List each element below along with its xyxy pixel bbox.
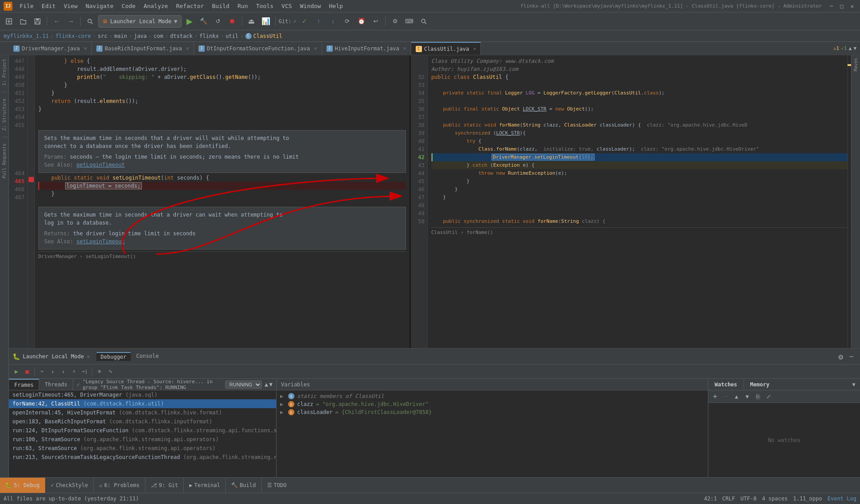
git-update-btn[interactable]: ⟳ — [341, 15, 354, 28]
thread-up-btn[interactable]: ▲ — [265, 381, 268, 388]
watches-expand-btn[interactable]: ▼ — [849, 380, 858, 389]
frame-row-1[interactable]: forName:42, ClassUtil (com.dtstack.flink… — [9, 399, 276, 408]
launcher-dropdown[interactable]: 🖥 Launcher Local Mode ▼ — [98, 15, 182, 28]
var-row-static[interactable]: ▶ s static members of ClassUtil — [277, 392, 708, 400]
save-btn[interactable] — [31, 15, 44, 28]
tab-hiveinput[interactable]: J HiveInputFormat.java ✕ — [322, 42, 411, 55]
frame-row-5[interactable]: run:100, StreamSource (org.apache.flink.… — [9, 435, 276, 444]
menu-view[interactable]: View — [60, 2, 81, 10]
keyboard-btn[interactable]: ⌨ — [403, 15, 416, 28]
forward-btn[interactable]: → — [65, 15, 77, 28]
breadcrumb-com[interactable]: com — [153, 33, 163, 39]
var-row-classloader[interactable]: ▶ p classLoader = {ChildFirstClassLoader… — [277, 408, 708, 416]
memory-tab[interactable]: Memory — [744, 379, 776, 390]
project-panel-btn[interactable]: 1: Project — [1, 57, 8, 87]
settings-btn[interactable]: ⚙ — [389, 15, 401, 28]
step-out-btn[interactable]: ↑ — [69, 367, 79, 377]
frames-tab[interactable]: Frames — [9, 379, 39, 390]
breadcrumb-java[interactable]: java — [134, 33, 147, 39]
run-btn[interactable]: ▶ — [183, 15, 196, 28]
breadcrumb-util[interactable]: util — [226, 33, 239, 39]
rebuild-btn[interactable]: ↺ — [212, 15, 224, 28]
terminal-tab[interactable]: ▶ Terminal — [183, 478, 225, 493]
settings-gear-btn[interactable]: ⚙ — [836, 352, 846, 361]
tab-baserich[interactable]: J BaseRichInputFormat.java ✕ — [92, 42, 194, 55]
tab-close-classutil[interactable]: ✕ — [473, 46, 476, 52]
git-commit-btn[interactable]: ✓ — [298, 15, 311, 28]
menu-navigate[interactable]: Navigate — [82, 2, 117, 10]
thread-down-btn[interactable]: ▼ — [269, 381, 273, 388]
tab-close-hiveinput[interactable]: ✕ — [403, 45, 406, 51]
tab-drivermanager[interactable]: J DriverManager.java ✕ — [9, 42, 92, 55]
right-code-content[interactable]: Class Utility Company: www.dtstack.com A… — [428, 55, 851, 348]
frame-row-7[interactable]: run:213, SourceStreamTask$LegacySourceFu… — [9, 453, 276, 462]
line-col[interactable]: 42:1 — [704, 496, 717, 502]
checkstyle-tab[interactable]: ✓ CheckStyle — [45, 478, 93, 493]
breadcrumb-classutil[interactable]: ClassUtil — [253, 33, 282, 39]
structure-panel-btn[interactable]: Z: Structure — [1, 97, 8, 132]
pull-requests-btn[interactable]: Pull Requests — [1, 142, 8, 180]
menu-tools[interactable]: Tools — [252, 2, 277, 10]
watches-tab[interactable]: Watches — [708, 379, 744, 390]
tab-close-drivermanager[interactable]: ✕ — [84, 45, 87, 51]
breadcrumb-project[interactable]: myflinkkx_1.11 — [4, 33, 49, 39]
todo-tab[interactable]: ☰ TODO — [261, 478, 292, 493]
evaluate-btn[interactable]: ≡ — [95, 367, 104, 377]
frame-row-6[interactable]: run:63, StreamSource (org.apache.flink.s… — [9, 444, 276, 453]
thread-dropdown[interactable]: RUNNING — [225, 381, 262, 389]
var-row-clazz[interactable]: ▶ p clazz = "org.apache.hive.jdbc.HiveDr… — [277, 400, 708, 408]
frame-row-0[interactable]: setLoginTimeout:465, DriverManager (java… — [9, 390, 276, 399]
menu-analyze[interactable]: Analyze — [140, 2, 172, 10]
tab-close-baserich[interactable]: ✕ — [186, 45, 189, 51]
profiler-btn[interactable]: 📊 — [260, 15, 272, 28]
git-pull-btn[interactable]: ↓ — [327, 15, 339, 28]
menu-edit[interactable]: Edit — [38, 2, 59, 10]
line-sep[interactable]: CRLF — [722, 496, 735, 502]
build-btn[interactable]: 🔨 — [198, 15, 210, 28]
search-everywhere-btn[interactable] — [84, 15, 96, 28]
git-revert-btn[interactable]: ↩ — [370, 15, 382, 28]
event-log[interactable]: Event Log — [827, 496, 856, 502]
left-code-content[interactable]: } else { result.addElement(aDriver.drive… — [35, 55, 409, 348]
stop-debug-btn[interactable]: ■ — [22, 367, 32, 377]
expand-watches-btn[interactable]: ⤢ — [764, 392, 773, 402]
tab-classutil[interactable]: C ClassUtil.java ✕ — [411, 42, 481, 55]
git-tab[interactable]: ⎇ 9: Git — [145, 478, 183, 493]
trace-btn[interactable]: ∿ — [105, 367, 115, 377]
move-watch-up-btn[interactable]: ▲ — [732, 392, 741, 402]
menu-window[interactable]: Window — [297, 2, 325, 10]
tab-close-dtinput[interactable]: ✕ — [314, 45, 317, 51]
menu-refactor[interactable]: Refactor — [173, 2, 208, 10]
menu-help[interactable]: Help — [326, 2, 347, 10]
menu-code[interactable]: Code — [118, 2, 139, 10]
build-tab[interactable]: 🔨 Build — [225, 478, 261, 493]
debug-session-close[interactable]: ✕ — [87, 353, 90, 360]
var-expand-static[interactable]: ▶ — [280, 393, 285, 399]
indent[interactable]: 4 spaces — [762, 496, 788, 502]
var-expand-classloader[interactable]: ▶ — [280, 409, 285, 415]
menu-file[interactable]: File — [16, 2, 37, 10]
tab-dtinput[interactable]: J DtInputFormatSourceFunction.java ✕ — [194, 42, 322, 55]
menu-build[interactable]: Build — [208, 2, 233, 10]
threads-tab[interactable]: Threads — [39, 379, 73, 390]
doc-link-setlogin[interactable]: setLoginTimeout — [76, 238, 124, 245]
back-btn[interactable]: ← — [50, 15, 63, 28]
minimize-panel-btn[interactable]: ─ — [847, 352, 856, 361]
breadcrumb-dtstack[interactable]: dtstack — [170, 33, 193, 39]
open-btn[interactable] — [17, 15, 29, 28]
coverage-btn[interactable]: ⏏ — [245, 15, 258, 28]
frame-row-4[interactable]: run:124, DtInputFormatSourceFunction (co… — [9, 426, 276, 435]
vcs-branch[interactable]: 1.11_oppo — [793, 496, 822, 502]
breadcrumb-src[interactable]: src — [98, 33, 108, 39]
up-btn[interactable]: ▲ — [849, 45, 852, 51]
debugger-subtab[interactable]: Debugger — [96, 352, 131, 361]
breadcrumb-main[interactable]: main — [114, 33, 127, 39]
stop-btn[interactable]: ■ — [226, 15, 239, 28]
down-btn[interactable]: ▼ — [853, 45, 856, 51]
add-watch-btn[interactable]: + — [710, 392, 720, 402]
maven-panel-btn[interactable]: Maven — [852, 55, 859, 74]
var-expand-clazz[interactable]: ▶ — [280, 401, 285, 407]
git-push-btn[interactable]: ↑ — [313, 15, 325, 28]
encoding[interactable]: UTF-8 — [740, 496, 757, 502]
new-project-btn[interactable] — [3, 15, 15, 28]
